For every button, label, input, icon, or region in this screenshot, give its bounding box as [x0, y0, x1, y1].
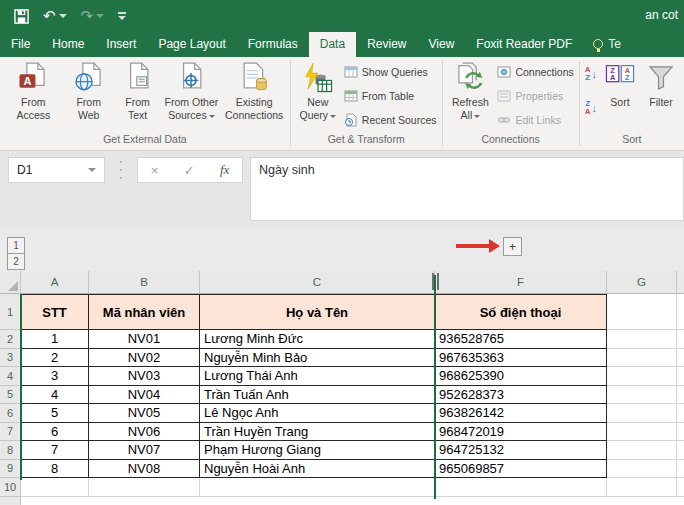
data-cell[interactable]: NV01	[89, 330, 200, 349]
header-cell-4[interactable]: Số điện thoại	[435, 294, 607, 330]
tab-insert[interactable]: Insert	[95, 32, 147, 57]
cell-empty[interactable]	[200, 478, 435, 497]
cell-empty[interactable]	[435, 478, 607, 497]
header-cell-3[interactable]: Họ và Tên	[200, 294, 435, 330]
undo-caret-icon[interactable]	[59, 14, 67, 18]
row-header-7[interactable]: 7	[0, 423, 21, 442]
data-cell[interactable]: NV05	[89, 404, 200, 423]
sort-descending-button[interactable]: ZA ↓	[585, 98, 597, 118]
cell-empty[interactable]	[607, 441, 677, 460]
data-cell[interactable]: 965069857	[435, 460, 607, 479]
data-cell[interactable]: Trần Huyền Trang	[200, 423, 435, 442]
data-cell[interactable]: NV07	[89, 441, 200, 460]
column-header-b[interactable]: B	[89, 271, 200, 293]
row-header-5[interactable]: 5	[0, 386, 21, 405]
cancel-button[interactable]: ×	[151, 163, 159, 178]
cell-empty[interactable]	[607, 330, 677, 349]
data-cell[interactable]: 1	[21, 330, 89, 349]
cell-empty[interactable]	[607, 404, 677, 423]
row-header-4[interactable]: 4	[0, 367, 21, 386]
data-cell[interactable]: Nguyễn Hoài Anh	[200, 460, 435, 479]
from-other-sources-button[interactable]: From Other Sources	[161, 59, 221, 133]
data-cell[interactable]: Lương Minh Đức	[200, 330, 435, 349]
redo-button[interactable]: ↷	[81, 7, 105, 25]
tab-review[interactable]: Review	[356, 32, 417, 57]
from-text-button[interactable]: From Text	[114, 59, 162, 133]
expand-group-button[interactable]: +	[503, 237, 522, 256]
tab-page-layout[interactable]: Page Layout	[147, 32, 236, 57]
outline-level-2-button[interactable]: 2	[7, 253, 25, 270]
filter-button[interactable]: Filter	[641, 59, 681, 133]
select-all-corner[interactable]	[0, 271, 21, 293]
data-cell[interactable]: 967635363	[435, 349, 607, 368]
data-cell[interactable]: 4	[21, 386, 89, 405]
header-cell-2[interactable]: Mã nhân viên	[89, 294, 200, 330]
row-header-2[interactable]: 2	[0, 330, 21, 349]
data-cell[interactable]: 5	[21, 404, 89, 423]
data-cell[interactable]: 3	[21, 367, 89, 386]
save-button[interactable]	[14, 9, 29, 24]
undo-button[interactable]: ↶	[43, 7, 67, 25]
cell-empty[interactable]	[607, 349, 677, 368]
data-cell[interactable]: Lương Thái Anh	[200, 367, 435, 386]
connections-button[interactable]: Connections	[497, 62, 573, 82]
formula-bar-resize-handle[interactable]	[120, 161, 123, 179]
customize-qat-button[interactable]	[118, 12, 126, 20]
column-header-c[interactable]: C	[200, 271, 435, 293]
cell-empty[interactable]	[21, 478, 89, 497]
cell-empty[interactable]	[89, 478, 200, 497]
cell-empty[interactable]	[607, 386, 677, 405]
cell-empty[interactable]	[607, 294, 677, 330]
sort-button[interactable]: Z A A Z Sort	[599, 59, 641, 133]
from-web-button[interactable]: From Web	[64, 59, 114, 133]
data-cell[interactable]: 968625390	[435, 367, 607, 386]
cell-empty[interactable]	[607, 367, 677, 386]
tell-me-box[interactable]: Te	[583, 32, 625, 57]
data-cell[interactable]: 952628373	[435, 386, 607, 405]
column-header-a[interactable]: A	[21, 271, 89, 293]
name-box-caret-icon[interactable]	[88, 168, 96, 172]
outline-level-1-button[interactable]: 1	[7, 237, 25, 254]
cell-empty[interactable]	[607, 460, 677, 479]
data-cell[interactable]: 7	[21, 441, 89, 460]
insert-function-button[interactable]: fx	[220, 162, 229, 178]
row-header-10[interactable]: 10	[0, 478, 21, 497]
sort-ascending-button[interactable]: AZ ↓	[585, 64, 597, 84]
data-cell[interactable]: 963826142	[435, 404, 607, 423]
row-header-8[interactable]: 8	[0, 441, 21, 460]
tab-data[interactable]: Data	[309, 32, 356, 57]
column-header-f[interactable]: F	[435, 271, 607, 293]
data-cell[interactable]: 964725132	[435, 441, 607, 460]
data-cell[interactable]: NV06	[89, 423, 200, 442]
row-header-6[interactable]: 6	[0, 404, 21, 423]
enter-button[interactable]: ✓	[184, 163, 195, 178]
row-header-1[interactable]: 1	[0, 294, 21, 330]
cell-empty[interactable]	[607, 478, 677, 497]
data-cell[interactable]: Lê Ngọc Anh	[200, 404, 435, 423]
row-header-9[interactable]: 9	[0, 460, 21, 479]
header-cell-1[interactable]: STT	[21, 294, 89, 330]
column-header-g[interactable]: G	[607, 271, 677, 293]
show-queries-button[interactable]: Show Queries	[344, 62, 437, 82]
data-cell[interactable]: 6	[21, 423, 89, 442]
tab-home[interactable]: Home	[41, 32, 95, 57]
from-table-button[interactable]: From Table	[344, 86, 437, 106]
data-cell[interactable]: NV02	[89, 349, 200, 368]
data-cell[interactable]: NV08	[89, 460, 200, 479]
data-cell[interactable]: NV03	[89, 367, 200, 386]
tab-view[interactable]: View	[418, 32, 466, 57]
data-cell[interactable]: Phạm Hương Giang	[200, 441, 435, 460]
tab-formulas[interactable]: Formulas	[237, 32, 309, 57]
from-access-button[interactable]: A From Access	[3, 59, 64, 133]
data-cell[interactable]: Trần Tuấn Anh	[200, 386, 435, 405]
row-header-3[interactable]: 3	[0, 349, 21, 368]
existing-connections-button[interactable]: Existing Connections	[221, 59, 286, 133]
tab-foxit-reader-pdf[interactable]: Foxit Reader PDF	[465, 32, 583, 57]
data-cell[interactable]: 936528765	[435, 330, 607, 349]
data-cell[interactable]: 8	[21, 460, 89, 479]
data-cell[interactable]: 968472019	[435, 423, 607, 442]
data-cell[interactable]: Nguyễn Minh Bảo	[200, 349, 435, 368]
name-box[interactable]: D1	[8, 157, 105, 183]
refresh-all-button[interactable]: Refresh All	[445, 59, 495, 133]
tab-file[interactable]: File	[0, 32, 41, 57]
